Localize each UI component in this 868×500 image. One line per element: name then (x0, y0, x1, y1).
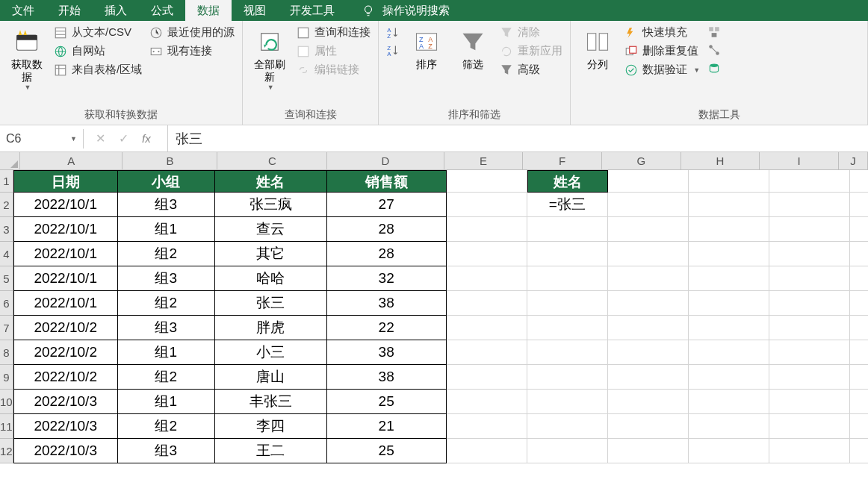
cell[interactable] (527, 439, 608, 463)
cell[interactable] (608, 193, 689, 217)
col-header-E[interactable]: E (444, 152, 524, 169)
cell[interactable] (608, 266, 689, 291)
cell[interactable] (850, 193, 868, 217)
cell[interactable] (689, 242, 769, 266)
cell[interactable] (769, 193, 850, 217)
row-header-5[interactable]: 5 (0, 266, 13, 291)
cell[interactable] (769, 316, 850, 340)
refresh-all-button[interactable]: 全部刷新 ▼ (250, 25, 289, 94)
cell[interactable] (850, 170, 868, 193)
cell[interactable] (447, 266, 527, 291)
cell[interactable]: 25 (327, 390, 447, 414)
get-data-button[interactable]: 获取数据 ▼ (7, 25, 46, 94)
sort-button[interactable]: ZAAZ 排序 (407, 25, 446, 74)
cell[interactable]: 2022/10/3 (13, 390, 118, 414)
cell[interactable] (689, 340, 769, 365)
cell[interactable]: 张三 (215, 291, 327, 316)
cell[interactable] (689, 439, 769, 463)
cell[interactable] (689, 291, 769, 316)
menu-file[interactable]: 文件 (0, 0, 46, 21)
col-header-C[interactable]: C (217, 152, 327, 169)
cell[interactable]: 小三 (215, 340, 327, 365)
cell[interactable] (850, 242, 868, 266)
cell[interactable] (527, 266, 608, 291)
cancel-formula-icon[interactable]: ✕ (96, 131, 105, 146)
cell[interactable] (447, 193, 527, 217)
menu-view[interactable]: 视图 (232, 0, 278, 21)
cell[interactable] (769, 242, 850, 266)
cell[interactable]: 2022/10/2 (13, 316, 118, 340)
cell[interactable]: 组1 (118, 217, 215, 242)
menu-home[interactable]: 开始 (46, 0, 93, 21)
cell[interactable] (608, 217, 689, 242)
flash-fill-button[interactable]: 快速填充 (624, 25, 700, 40)
cell[interactable] (850, 340, 868, 365)
cell[interactable] (447, 170, 527, 193)
cell[interactable] (447, 316, 527, 340)
relationships-button[interactable] (707, 43, 721, 57)
cell[interactable] (689, 266, 769, 291)
cell[interactable]: 销售额 (327, 170, 447, 193)
cell[interactable]: =张三 (527, 193, 608, 217)
cell[interactable]: 38 (327, 291, 447, 316)
cell[interactable] (689, 170, 769, 193)
menu-formulas[interactable]: 公式 (139, 0, 185, 21)
cell[interactable] (608, 365, 689, 390)
cell[interactable] (608, 291, 689, 316)
col-header-A[interactable]: A (20, 152, 123, 169)
row-header-9[interactable]: 9 (0, 365, 13, 390)
existing-connections-button[interactable]: 现有连接 (149, 44, 235, 58)
data-validation-button[interactable]: 数据验证▼ (624, 63, 700, 77)
cell[interactable]: 27 (327, 193, 447, 217)
col-header-B[interactable]: B (123, 152, 217, 169)
cell[interactable] (527, 242, 608, 266)
recent-sources-button[interactable]: 最近使用的源 (149, 25, 235, 40)
cell[interactable]: 组3 (118, 316, 215, 340)
cell[interactable] (769, 414, 850, 439)
advanced-filter-button[interactable]: 高级 (500, 63, 562, 77)
queries-connections-button[interactable]: 查询和连接 (297, 25, 371, 40)
cell[interactable]: 组2 (118, 242, 215, 266)
cell[interactable] (527, 414, 608, 439)
cells-area[interactable]: 日期小组姓名销售额姓名2022/10/1组3张三疯27=张三2022/10/1组… (13, 170, 868, 463)
cell[interactable] (527, 217, 608, 242)
cell[interactable] (850, 439, 868, 463)
col-header-J[interactable]: J (839, 152, 868, 169)
manage-data-model-button[interactable] (707, 61, 721, 75)
cell[interactable] (769, 365, 850, 390)
sort-desc-button[interactable]: ZA (386, 43, 400, 57)
cell[interactable]: 2022/10/1 (13, 291, 118, 316)
tell-me[interactable]: 操作说明搜索 (362, 0, 450, 21)
cell[interactable] (689, 217, 769, 242)
cell[interactable]: 2022/10/1 (13, 266, 118, 291)
cell[interactable]: 小组 (118, 170, 215, 193)
cell[interactable] (447, 340, 527, 365)
cell[interactable] (769, 170, 850, 193)
col-header-I[interactable]: I (760, 152, 839, 169)
row-header-2[interactable]: 2 (0, 193, 13, 217)
cell[interactable] (689, 193, 769, 217)
cell[interactable]: 张三疯 (215, 193, 327, 217)
filter-button[interactable]: 筛选 (453, 25, 492, 74)
cell[interactable] (850, 414, 868, 439)
row-header-3[interactable]: 3 (0, 217, 13, 242)
cell[interactable] (850, 316, 868, 340)
cell[interactable]: 哈哈 (215, 266, 327, 291)
cell[interactable] (608, 316, 689, 340)
cell[interactable] (850, 390, 868, 414)
cell[interactable]: 2022/10/3 (13, 439, 118, 463)
cell[interactable]: 组1 (118, 340, 215, 365)
cell[interactable] (447, 390, 527, 414)
cell[interactable] (689, 414, 769, 439)
cell[interactable] (447, 365, 527, 390)
col-header-F[interactable]: F (523, 152, 602, 169)
cell[interactable]: 28 (327, 242, 447, 266)
cell[interactable] (689, 316, 769, 340)
row-header-7[interactable]: 7 (0, 316, 13, 340)
sort-asc-button[interactable]: AZ (386, 25, 400, 39)
cell[interactable] (769, 390, 850, 414)
menu-developer[interactable]: 开发工具 (278, 0, 347, 21)
cell[interactable]: 2022/10/1 (13, 193, 118, 217)
cell[interactable] (447, 242, 527, 266)
col-header-G[interactable]: G (602, 152, 681, 169)
